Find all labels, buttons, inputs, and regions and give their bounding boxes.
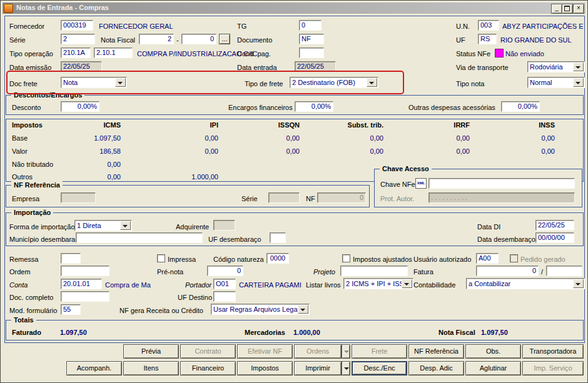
data-desembaraco-field[interactable]: 00/00/00 (535, 232, 574, 243)
desconto-label: Desconto (12, 104, 41, 111)
pre-nota-field[interactable]: 0 (207, 266, 243, 276)
browse-button[interactable]: ... (219, 34, 230, 44)
ordens-button[interactable]: Ordens (294, 344, 342, 359)
dropdown-arrow-icon[interactable] (573, 78, 584, 87)
via-transporte-label: Via de transporte (456, 64, 509, 71)
aglutinar-button[interactable]: Aglutinar (465, 361, 521, 376)
usuario-autorizado-field[interactable]: A00 (476, 253, 499, 264)
contabilidade-value: a Contabilizar (469, 280, 574, 287)
documento-field[interactable]: NF (299, 34, 324, 44)
data-di-field[interactable]: 22/05/25 (535, 220, 574, 231)
nfref-serie-field[interactable] (268, 192, 300, 203)
imprimir-button[interactable]: Imprimir (294, 361, 342, 376)
tipo-operacao-code2-field[interactable]: 2.10.1 (94, 47, 133, 58)
maximize-button[interactable] (562, 4, 573, 14)
importacao-group-title: Importação (11, 209, 53, 216)
encargos-field[interactable]: 0,00% (295, 101, 333, 112)
desconto-field[interactable]: 0,00% (61, 101, 99, 112)
contrato-button[interactable]: Contrato (180, 344, 236, 359)
impressa-checkbox[interactable] (157, 254, 165, 262)
fatura-field[interactable]: 0 (476, 266, 539, 276)
dropdown-arrow-icon[interactable] (402, 279, 412, 288)
doc-completo-field[interactable] (61, 291, 109, 302)
chave-nfe-field[interactable] (428, 178, 575, 189)
municipio-desembaraco-field[interactable] (76, 232, 203, 243)
impostos-ajustados-checkbox[interactable] (342, 254, 350, 262)
itens-button[interactable]: Itens (123, 361, 179, 376)
mercadorias-value: 1.000,00 (293, 329, 320, 336)
nfref-serie-label: Série (241, 195, 258, 202)
ordem-field[interactable] (61, 266, 109, 276)
totais-group-title: Totais (11, 316, 36, 324)
financeiro-button[interactable]: Financeiro (180, 361, 236, 376)
projeto-label[interactable]: Projeto (313, 268, 335, 276)
conta-label[interactable]: Conta (9, 281, 28, 289)
minimize-button[interactable]: _ (551, 4, 562, 14)
projeto-field[interactable] (340, 266, 408, 276)
dropdown-arrow-icon[interactable] (573, 279, 584, 288)
adquirente-field[interactable] (213, 220, 235, 231)
acompanh-button[interactable]: Acompanh. (66, 361, 122, 376)
efetivar-nf-button[interactable]: Efetivar NF (237, 344, 293, 359)
documento-label: Documento (237, 36, 272, 44)
portador-field[interactable]: O01 (213, 279, 236, 289)
obs-button[interactable]: Obs. (465, 344, 521, 359)
chave-acesso-group-title: Chave Acesso (380, 165, 432, 172)
fatura-label: Fatura (413, 268, 433, 276)
desp-adic-button[interactable]: Desp. Adic (408, 361, 464, 376)
nf-referencia-group-title: NF Referência (11, 181, 63, 189)
desc-enc-button[interactable]: Desc./Enc (352, 361, 407, 376)
impostos-row-label: Outros (12, 173, 33, 181)
impostos-col-icms: ICMS (64, 121, 121, 129)
serie-field[interactable]: 2 (61, 34, 95, 44)
portador-label[interactable]: Portador (185, 281, 211, 289)
impostos-cell: 0,00 (243, 147, 300, 155)
tipo-operacao-label: Tipo operação (9, 50, 53, 57)
forma-importacao-select[interactable]: 1 Direta (74, 220, 132, 231)
tipo-operacao-code1-field[interactable]: 210.1A (61, 47, 91, 58)
nf-gera-label: NF gera Receita ou Crédito (119, 307, 203, 314)
fornecedor-name-text: FORNECEDOR GERAL (99, 22, 173, 30)
uf-desembaraco-field[interactable] (270, 232, 286, 243)
ordens-dropdown-arrow-icon[interactable] (342, 344, 350, 359)
empresa-field[interactable] (61, 192, 96, 203)
uf-destino-field[interactable] (213, 291, 236, 302)
close-button[interactable]: × (573, 4, 584, 14)
codigo-natureza-field[interactable]: 0000 (266, 253, 289, 264)
nf-gera-select[interactable]: Usar Regras Arquivos Legais (211, 304, 310, 315)
impostos-cell: 0,00 (413, 147, 470, 155)
outras-despesas-field[interactable]: 0,00% (501, 101, 540, 112)
nota-fiscal-field-2[interactable]: 0 (181, 34, 216, 44)
transportadora-button[interactable]: Transportadora (522, 344, 584, 359)
cond-pag-field[interactable] (299, 47, 324, 58)
dropdown-arrow-icon[interactable] (120, 221, 131, 230)
nfref-nf-field[interactable]: 0 (317, 192, 366, 203)
imprimir-dropdown-arrow-icon[interactable] (342, 361, 350, 376)
remessa-field[interactable] (61, 253, 81, 264)
impostos-button[interactable]: Impostos (237, 361, 293, 376)
dropdown-arrow-icon[interactable] (298, 305, 308, 314)
imp-servico-button[interactable]: Imp. Serviço (522, 361, 584, 376)
nf-referencia-button[interactable]: NF Referência (408, 344, 464, 359)
dropdown-arrow-icon[interactable] (573, 62, 584, 71)
frete-button[interactable]: Frete (352, 344, 407, 359)
nota-fiscal-field[interactable]: 2 (139, 34, 174, 44)
app-window: Notas de Entrada - Compras _ × Fornecedo… (0, 0, 588, 383)
xml-icon-button[interactable]: XML (415, 178, 427, 189)
tipo-nota-label: Tipo nota (456, 80, 484, 87)
previa-button[interactable]: Prévia (123, 344, 179, 359)
status-nfe-text: Não enviado (505, 50, 544, 57)
tg-field[interactable]: 0 (299, 20, 322, 31)
via-transporte-select[interactable]: Rodoviária (527, 61, 585, 72)
contabilidade-select[interactable]: a Contabilizar (466, 278, 585, 289)
impostos-row-label: Não tributado (12, 161, 53, 168)
mod-formulario-field[interactable]: 55 (61, 304, 81, 315)
fornecedor-code-field[interactable]: 000319 (61, 20, 93, 31)
uf-field[interactable]: RS (478, 34, 497, 44)
conta-field[interactable]: 20.01.01 (61, 279, 102, 289)
tipo-nota-select[interactable]: Normal (527, 77, 585, 88)
listar-livros-select[interactable]: 2 ICMS + IPI + ISS (343, 278, 413, 289)
tg-label: TG (237, 22, 246, 30)
un-code-field[interactable]: 003 (478, 20, 499, 31)
fatura-field-2[interactable] (546, 266, 582, 276)
